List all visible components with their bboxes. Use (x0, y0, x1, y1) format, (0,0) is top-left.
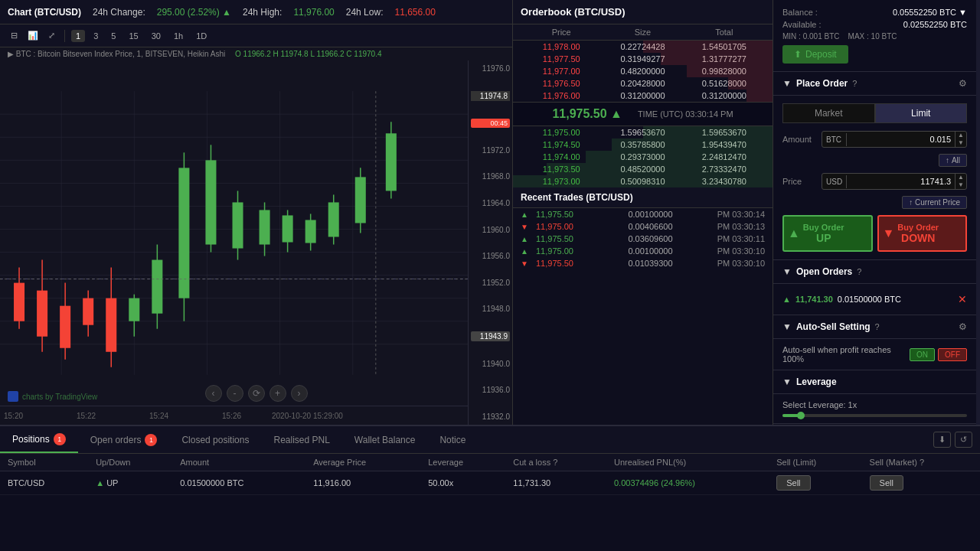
tab-action-download[interactable]: ⬇ (933, 432, 951, 448)
amount-increment[interactable]: ▲ (956, 132, 966, 139)
buy-order-4[interactable]: 11,973.50 0.48520000 2.73332470 (513, 163, 773, 175)
auto-sell-gear-icon[interactable]: ⚙ (959, 321, 967, 332)
buy-order-5[interactable]: 11,973.00 0.50098310 3.23430780 (513, 175, 773, 187)
sell-order-3[interactable]: 11,977.00 0.48200000 0.99828000 (513, 65, 773, 77)
toggle-off-button[interactable]: OFF (938, 348, 967, 361)
chart-nav-left[interactable]: ‹ (205, 385, 222, 402)
buy-order-3[interactable]: 11,974.00 0.29373000 2.24812470 (513, 151, 773, 163)
place-order-gear-icon[interactable]: ⚙ (959, 78, 967, 89)
open-order-item-1[interactable]: ▲ 11,741.30 0.01500000 BTC ✕ (782, 290, 967, 308)
sell-limit-button[interactable]: Sell (776, 475, 810, 491)
tab-realised-pnl[interactable]: Realised PNL (261, 429, 341, 452)
rt-row-2[interactable]: ▼ 11,975.00 0.00406600 PM 03:30:13 (513, 220, 773, 233)
min-label: MIN : 0.001 BTC MAX : 10 BTC (782, 32, 897, 41)
chart-zoom-in[interactable]: + (270, 385, 286, 402)
svg-rect-46 (355, 177, 366, 223)
leverage-bar[interactable] (782, 414, 967, 417)
svg-rect-32 (178, 168, 189, 298)
toggle-on-button[interactable]: ON (910, 348, 935, 361)
auto-sell-desc: Auto-sell when profit reaches 100% (782, 345, 905, 364)
tab-wallet-balance[interactable]: Wallet Balance (342, 429, 428, 452)
open-order-cancel-button[interactable]: ✕ (958, 293, 967, 305)
buy-order-1[interactable]: 11,975.00 1.59653670 1.59653670 (513, 126, 773, 139)
toolbar-separator (64, 30, 65, 42)
col-sell-limit: Sell (Limit) (769, 454, 861, 471)
current-price-button[interactable]: ↑ Current Price (902, 196, 967, 209)
buy-order-2[interactable]: 11,974.50 0.35785800 1.95439470 (513, 139, 773, 151)
tab-notice[interactable]: Notice (427, 429, 478, 452)
candle-type-btn[interactable]: ⊟ (8, 29, 21, 42)
chart-zoom-reset[interactable]: ⟳ (248, 385, 265, 402)
sell-order-1[interactable]: 11,978.00 0.22724428 1.54501705 (513, 41, 773, 53)
price-currency: USD (822, 175, 847, 188)
open-orders-section-header[interactable]: ▼ Open Orders ? (773, 260, 976, 284)
svg-rect-36 (232, 202, 243, 248)
rt-row-3[interactable]: ▲ 11,975.50 0.03609600 PM 03:30:11 (513, 233, 773, 245)
price-label-10: 11940.0 (471, 360, 510, 368)
svg-rect-28 (129, 298, 139, 321)
auto-sell-help[interactable]: ? (875, 322, 880, 331)
chart-canvas[interactable]: charts by TradingView ‹ - ⟳ + › 11976.0 … (0, 60, 512, 425)
time-btn-30[interactable]: 30 (147, 30, 165, 42)
x-label-4: 15:26 (222, 412, 241, 420)
rt-row-5[interactable]: ▼ 11,975.50 0.01039300 PM 03:30:10 (513, 257, 773, 269)
chart-zoom-out[interactable]: - (227, 385, 243, 402)
open-orders-help[interactable]: ? (857, 267, 861, 276)
sell-order-4[interactable]: 11,976.50 0.20428000 0.51628000 (513, 77, 773, 90)
chart-nav-right[interactable]: › (291, 385, 308, 402)
deposit-button[interactable]: ⬆ Deposit (782, 45, 848, 64)
svg-rect-44 (328, 202, 339, 236)
tab-action-refresh[interactable]: ↺ (955, 432, 972, 448)
price-decrement[interactable]: ▼ (956, 181, 966, 189)
tv-text: charts by TradingView (22, 393, 97, 401)
all-button[interactable]: ↑ All (939, 154, 967, 167)
open-orders-title: Open Orders (796, 266, 852, 277)
time-btn-15[interactable]: 15 (124, 30, 142, 42)
tab-market[interactable]: Market (782, 103, 875, 123)
sell-market-button[interactable]: Sell (870, 475, 903, 491)
price-input[interactable] (847, 174, 955, 188)
svg-rect-24 (83, 298, 93, 325)
col-leverage: Leverage (420, 454, 505, 471)
sell-order-2[interactable]: 11,977.50 0.31949277 1.31777277 (513, 53, 773, 65)
tab-limit[interactable]: Limit (875, 103, 968, 123)
position-row-1: BTC/USD ▲ UP 0.01500000 BTC 11,916.00 50… (0, 471, 980, 495)
collapse-icon: ▼ (782, 78, 792, 89)
tab-closed-positions[interactable]: Closed positions (169, 429, 261, 452)
leverage-section-header[interactable]: ▼ Leverage (773, 370, 976, 394)
amount-decrement[interactable]: ▼ (956, 139, 966, 147)
rt-row-4[interactable]: ▲ 11,975.00 0.00100000 PM 03:30:10 (513, 245, 773, 257)
price-increment[interactable]: ▲ (956, 174, 966, 181)
svg-rect-48 (386, 133, 397, 191)
positions-table-container: Symbol Up/Down Amount Average Price Leve… (0, 454, 980, 551)
time-btn-1h[interactable]: 1h (169, 30, 188, 42)
fullscreen-btn[interactable]: ⤢ (45, 29, 58, 42)
sell-order-5[interactable]: 11,976.00 0.31200000 0.31200000 (513, 90, 773, 102)
tab-positions[interactable]: Positions 1 (0, 427, 78, 453)
amount-input[interactable] (847, 132, 955, 146)
place-order-help[interactable]: ? (852, 79, 857, 88)
chart-low-label: 24h Low: (346, 7, 384, 18)
place-order-section-header[interactable]: ▼ Place Order ? ⚙ (773, 72, 976, 96)
buy-order-down-button[interactable]: ▼ Buy Order DOWN (877, 215, 968, 252)
time-btn-3[interactable]: 3 (89, 30, 103, 42)
svg-rect-18 (14, 283, 24, 321)
chart-type-btn[interactable]: 📊 (24, 29, 41, 42)
ob-col-size: Size (602, 28, 683, 37)
time-btn-5[interactable]: 5 (106, 30, 120, 42)
tab-open-orders[interactable]: Open orders 1 (78, 428, 170, 452)
price-row: Price USD ▲ ▼ (782, 173, 967, 190)
col-sell-market: Sell (Market) ? (862, 454, 980, 471)
auto-sell-section-header[interactable]: ▼ Auto-Sell Setting ? ⚙ (773, 315, 976, 339)
svg-rect-51 (9, 393, 17, 400)
time-btn-1d[interactable]: 1D (191, 30, 211, 42)
deposit-icon: ⬆ (794, 49, 802, 60)
open-order-amount: 0.01500000 BTC (838, 295, 901, 304)
time-btn-1[interactable]: 1 (71, 30, 85, 42)
place-order-form: Market Limit Amount BTC ▲ ▼ (773, 96, 976, 260)
down-arrow-icon: ▼ (883, 227, 895, 240)
rt-row-1[interactable]: ▲ 11,975.50 0.00100000 PM 03:30:14 (513, 208, 773, 220)
orderbook-col-headers: Price Size Total (513, 24, 773, 41)
sell-orders: 11,978.00 0.22724428 1.54501705 11,977.5… (513, 41, 773, 102)
buy-order-up-button[interactable]: ▲ Buy Order UP (782, 215, 873, 252)
